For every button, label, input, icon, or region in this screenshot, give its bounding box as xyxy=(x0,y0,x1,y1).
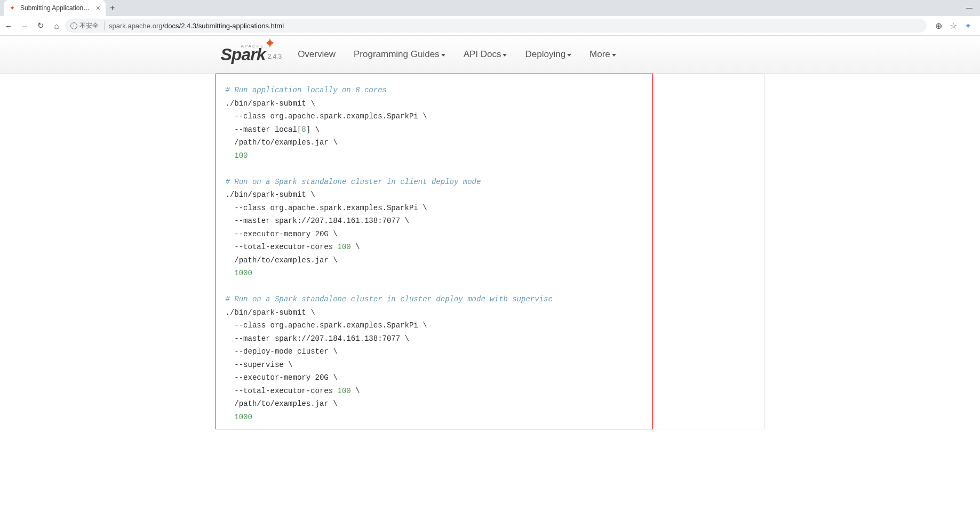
spark-favicon-icon: ✦ xyxy=(10,4,17,12)
nav-item-api-docs[interactable]: API Docs xyxy=(464,49,507,60)
security-label: 不安全 xyxy=(79,21,99,30)
nav-item-programming-guides[interactable]: Programming Guides xyxy=(354,49,445,60)
caret-down-icon xyxy=(441,54,445,57)
back-button[interactable]: ← xyxy=(4,21,13,30)
nav-item-more[interactable]: More xyxy=(589,49,616,60)
code-block: # Run application locally on 8 cores ./b… xyxy=(226,84,643,423)
tab-bar: ✦ Submitting Applications - Spa × + — xyxy=(0,0,980,16)
brand-logo[interactable]: APACHE Spark ✦ 2.4.3 xyxy=(221,45,282,65)
minimize-icon[interactable]: — xyxy=(966,4,973,12)
browser-chrome: ✦ Submitting Applications - Spa × + — ← … xyxy=(0,0,980,36)
nav-buttons: ← → ↻ ⌂ xyxy=(4,21,61,30)
browser-toolbar: ← → ↻ ⌂ i 不安全 spark.apache.org/docs/2.4.… xyxy=(0,16,980,35)
security-badge[interactable]: i 不安全 xyxy=(70,21,105,30)
spark-star-icon: ✦ xyxy=(264,35,276,52)
content: # Run application locally on 8 cores ./b… xyxy=(0,74,980,429)
nav-item-deploying[interactable]: Deploying xyxy=(525,49,571,60)
nav-item-label: Programming Guides xyxy=(354,49,440,60)
bookmark-icon[interactable]: ☆ xyxy=(950,21,957,31)
info-icon: i xyxy=(70,22,77,29)
site-navbar: APACHE Spark ✦ 2.4.3 OverviewProgramming… xyxy=(0,36,980,74)
toolbar-right: ⊕ ☆ ✦ xyxy=(931,21,976,31)
close-icon[interactable]: × xyxy=(96,4,100,12)
forward-button[interactable]: → xyxy=(20,21,29,30)
tab-title: Submitting Applications - Spa xyxy=(20,4,93,12)
nav-item-label: Overview xyxy=(298,49,336,60)
nav-item-overview[interactable]: Overview xyxy=(298,49,336,60)
nav-item-label: More xyxy=(589,49,610,60)
main-column: # Run application locally on 8 cores ./b… xyxy=(216,74,653,429)
caret-down-icon xyxy=(612,54,616,57)
home-button[interactable]: ⌂ xyxy=(52,21,61,30)
caret-down-icon xyxy=(567,54,571,57)
zoom-icon[interactable]: ⊕ xyxy=(935,21,942,31)
brand-apache-text: APACHE xyxy=(241,44,265,49)
nav-item-label: API Docs xyxy=(464,49,501,60)
nav-items: OverviewProgramming GuidesAPI DocsDeploy… xyxy=(298,49,616,60)
spark-logo: APACHE Spark ✦ xyxy=(221,45,266,65)
reload-button[interactable]: ↻ xyxy=(36,21,45,30)
extension-icon[interactable]: ✦ xyxy=(965,21,971,31)
sidebar-column xyxy=(653,74,765,429)
nav-item-label: Deploying xyxy=(525,49,565,60)
new-tab-button[interactable]: + xyxy=(110,3,115,13)
url-bar[interactable]: i 不安全 spark.apache.org/docs/2.4.3/submit… xyxy=(65,19,927,33)
window-controls: — xyxy=(966,4,980,12)
caret-down-icon xyxy=(503,54,507,57)
brand-version: 2.4.3 xyxy=(267,53,282,60)
browser-tab[interactable]: ✦ Submitting Applications - Spa × xyxy=(4,0,106,16)
url-text: spark.apache.org/docs/2.4.3/submitting-a… xyxy=(109,22,284,30)
